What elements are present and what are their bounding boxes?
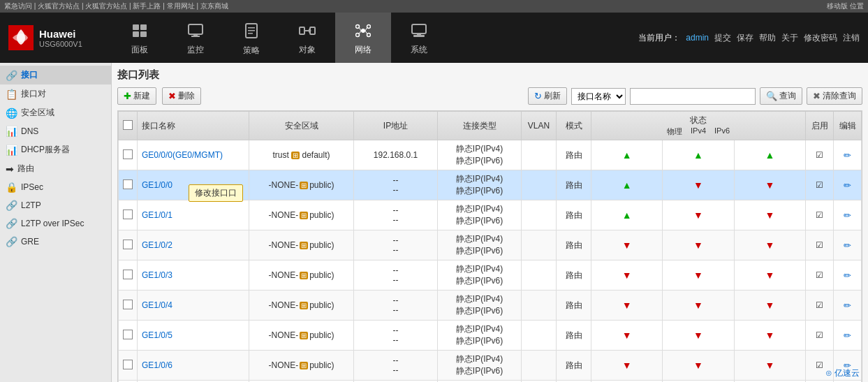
edit-icon[interactable]: ✏ xyxy=(844,180,851,191)
row-checkbox[interactable] xyxy=(123,300,133,309)
th-ip: IP地址 xyxy=(354,112,438,140)
interface-link[interactable]: GE1/0/1 xyxy=(142,210,172,220)
td-zone: -NONE-⊞public) xyxy=(249,230,354,260)
sidebar-item-dns[interactable]: 📊 DNS xyxy=(0,122,111,140)
edit-icon[interactable]: ✏ xyxy=(844,150,851,161)
route-icon: ➡ xyxy=(6,163,14,175)
huawei-logo-icon xyxy=(8,25,34,50)
refresh-button[interactable]: ↻ 刷新 xyxy=(528,87,567,105)
add-button[interactable]: ✚ 新建 xyxy=(117,87,156,105)
footer-logo: ⊙ 亿速云 xyxy=(825,367,860,379)
interface-link[interactable]: GE1/0/5 xyxy=(142,330,172,340)
edit-icon[interactable]: ✏ xyxy=(844,210,851,221)
status-down-icon: ▼ xyxy=(622,300,632,311)
clear-query-button[interactable]: ✖ 清除查询 xyxy=(807,87,862,105)
sidebar-item-dhcp[interactable]: 📊 DHCP服务器 xyxy=(0,140,111,159)
nav-panel[interactable]: 面板 xyxy=(112,13,168,63)
header: Huawei USG6000V1 面板 xyxy=(0,13,868,63)
td-conn-type: 静态IP(IPv4)静态IP(IPv6) xyxy=(438,200,522,230)
row-checkbox[interactable] xyxy=(123,179,133,189)
action-help[interactable]: 帮助 xyxy=(759,32,776,44)
td-name: GE1/0/1 xyxy=(138,200,249,230)
enabled-checkbox[interactable]: ☑ xyxy=(816,300,823,310)
interface-pair-icon: 📋 xyxy=(6,89,17,100)
sidebar-label-l2tp: L2TP xyxy=(21,200,41,210)
enabled-checkbox[interactable]: ☑ xyxy=(816,330,823,340)
query-icon: 🔍 xyxy=(766,91,777,101)
enabled-checkbox[interactable]: ☑ xyxy=(816,180,823,190)
td-ipv4: ▼ xyxy=(663,291,734,321)
enabled-checkbox[interactable]: ☑ xyxy=(816,210,823,220)
interface-link[interactable]: GE1/0/0 xyxy=(142,180,172,190)
action-save[interactable]: 保存 xyxy=(737,32,753,44)
action-about[interactable]: 关于 xyxy=(781,32,798,44)
search-select[interactable]: 接口名称 xyxy=(571,88,626,105)
nav-policy[interactable]: 策略 xyxy=(223,13,279,63)
edit-icon[interactable]: ✏ xyxy=(844,240,851,251)
sidebar-label-route: 路由 xyxy=(17,163,34,175)
td-ipv6: ▼ xyxy=(734,260,805,291)
dhcp-icon: 📊 xyxy=(6,145,17,156)
ipsec-icon: 🔒 xyxy=(6,182,17,193)
row-checkbox[interactable] xyxy=(123,149,133,159)
td-checkbox xyxy=(119,170,138,200)
interface-link[interactable]: GE1/0/3 xyxy=(142,270,172,280)
action-logout[interactable]: 注销 xyxy=(843,32,860,44)
row-checkbox[interactable] xyxy=(123,210,133,219)
interface-link[interactable]: GE1/0/4 xyxy=(142,300,172,310)
sidebar-item-interface[interactable]: 🔗 接口 xyxy=(0,66,111,85)
edit-icon[interactable]: ✏ xyxy=(844,330,851,341)
enabled-checkbox[interactable]: ☑ xyxy=(816,270,823,280)
svg-point-18 xyxy=(356,34,360,37)
td-ipv6: ▼ xyxy=(734,351,805,381)
sidebar-item-ipsec[interactable]: 🔒 IPSec xyxy=(0,178,111,196)
row-checkbox[interactable] xyxy=(123,360,133,369)
action-change-password[interactable]: 修改密码 xyxy=(804,32,837,44)
row-checkbox[interactable] xyxy=(123,240,133,249)
edit-icon[interactable]: ✏ xyxy=(844,300,851,311)
enabled-checkbox[interactable]: ☑ xyxy=(816,360,823,370)
sidebar-item-security-zone[interactable]: 🌐 安全区域 xyxy=(0,103,111,122)
sidebar-item-l2tp-ipsec[interactable]: 🔗 L2TP over IPSec xyxy=(0,214,111,233)
content-area: 接口列表 ✚ 新建 ✖ 删除 ↻ 刷新 接口名称 xyxy=(112,63,868,382)
row-checkbox[interactable] xyxy=(123,270,133,279)
nav-monitor[interactable]: 监控 xyxy=(168,13,223,63)
sidebar-label-dns: DNS xyxy=(21,126,38,136)
nav-network-label: 网络 xyxy=(355,44,372,56)
header-checkbox[interactable] xyxy=(123,120,133,130)
td-ipv6: ▼ xyxy=(734,291,805,321)
sidebar-item-gre[interactable]: 🔗 GRE xyxy=(0,233,111,251)
row-checkbox[interactable] xyxy=(123,330,133,339)
td-ipv4: ▼ xyxy=(663,351,734,381)
nav-network[interactable]: 网络 xyxy=(335,13,391,63)
sidebar-item-interface-pair[interactable]: 📋 接口对 xyxy=(0,85,111,103)
table-row: GE0/0/0(GE0/MGMT) trust ⊞ default) 192.1… xyxy=(119,140,862,170)
table-row: GE1/0/2 -NONE-⊞public) ---- 静态IP(IPv4)静态… xyxy=(119,230,862,260)
sidebar-item-l2tp[interactable]: 🔗 L2TP xyxy=(0,196,111,214)
svg-rect-3 xyxy=(140,31,147,37)
table-row: GE1/0/1 -NONE-⊞public) ---- 静态IP(IPv4)静态… xyxy=(119,200,862,230)
td-conn-type: 静态IP(IPv4)静态IP(IPv6) xyxy=(438,291,522,321)
td-checkbox xyxy=(119,140,138,170)
interface-link[interactable]: GE1/0/2 xyxy=(142,240,172,250)
status-down-icon: ▼ xyxy=(693,330,703,341)
nav-object[interactable]: 对象 xyxy=(279,13,335,63)
sidebar-item-route[interactable]: ➡ 路由 xyxy=(0,159,111,178)
status-down-icon: ▼ xyxy=(622,360,632,371)
td-physical: ▼ xyxy=(591,321,663,351)
delete-button[interactable]: ✖ 删除 xyxy=(162,87,201,105)
search-input[interactable] xyxy=(630,88,756,105)
edit-icon[interactable]: ✏ xyxy=(844,270,851,281)
th-checkbox xyxy=(119,112,138,140)
interface-link[interactable]: GE0/0/0(GE0/MGMT) xyxy=(142,150,223,160)
enabled-checkbox[interactable]: ☑ xyxy=(816,240,823,250)
action-submit[interactable]: 提交 xyxy=(714,32,731,44)
td-conn-type: 静态IP(IPv4)静态IP(IPv6) xyxy=(438,170,522,200)
nav-system[interactable]: 系统 xyxy=(391,13,447,63)
enabled-checkbox[interactable]: ☑ xyxy=(816,150,823,160)
svg-point-17 xyxy=(367,25,371,29)
td-enabled: ☑ xyxy=(806,200,834,230)
td-conn-type: 静态IP(IPv4)静态IP(IPv6) xyxy=(438,140,522,170)
query-button[interactable]: 🔍 查询 xyxy=(760,87,802,105)
interface-link[interactable]: GE1/0/6 xyxy=(142,360,172,370)
